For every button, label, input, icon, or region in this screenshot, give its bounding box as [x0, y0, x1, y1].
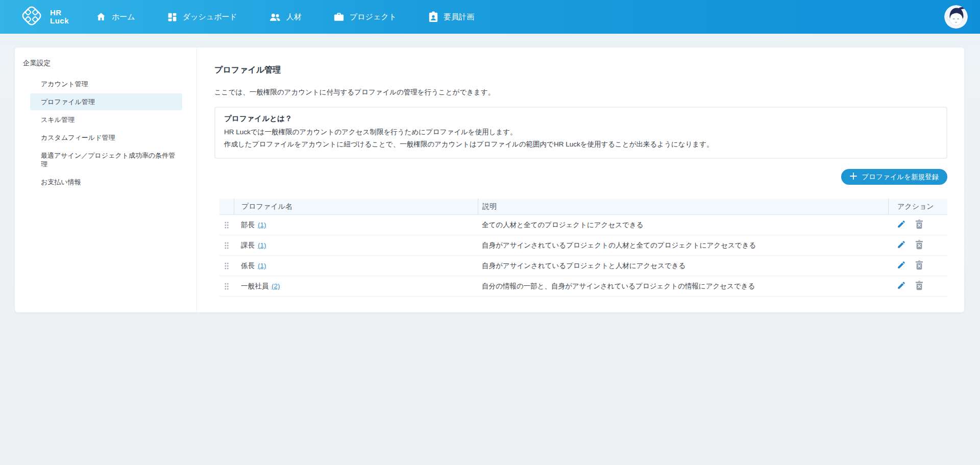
- edit-button[interactable]: [897, 219, 906, 230]
- nav-item-staffing-plan[interactable]: 要員計画: [428, 11, 474, 22]
- home-icon: [95, 11, 107, 22]
- profile-name: 係長: [241, 261, 255, 271]
- trash-icon: [915, 281, 923, 292]
- app-logo[interactable]: HR Luck: [18, 3, 69, 31]
- pencil-icon: [897, 260, 906, 271]
- people-icon: [269, 11, 281, 22]
- sidebar-item-account-management[interactable]: アカウント管理: [30, 76, 182, 92]
- pencil-icon: [897, 240, 906, 251]
- drag-handle-icon[interactable]: [219, 222, 234, 229]
- toolbar: プロファイルを新規登録: [214, 169, 947, 185]
- trash-icon: [915, 219, 923, 231]
- add-profile-button-label: プロファイルを新規登録: [862, 173, 939, 182]
- profile-description: 自身がアサインされているプロジェクトの人材と全てのプロジェクトにアクセスできる: [478, 241, 888, 250]
- nav-item-home[interactable]: ホーム: [95, 11, 135, 22]
- delete-button[interactable]: [915, 281, 923, 292]
- drag-handle-icon[interactable]: [219, 283, 234, 290]
- info-box-line: 作成したプロファイルをアカウントに紐づけることで、一般権限のアカウントはプロファ…: [224, 138, 938, 151]
- delete-button[interactable]: [915, 219, 923, 231]
- table-row: 部長 (1) 全ての人材と全てのプロジェクトにアクセスできる: [219, 215, 947, 235]
- edit-button[interactable]: [897, 260, 906, 271]
- header-profile-name: プロファイル名: [234, 199, 478, 214]
- profile-info-box: プロファイルとは？ HR Luckでは一般権限のアカウントのアクセス制限を行うた…: [214, 107, 947, 159]
- profile-count-link[interactable]: (1): [258, 262, 266, 270]
- user-avatar[interactable]: [944, 5, 968, 29]
- nav-item-dashboard[interactable]: ダッシュボード: [167, 11, 237, 22]
- nav-item-label: ホーム: [112, 12, 135, 22]
- profile-name: 一般社員: [241, 282, 268, 291]
- table-row: 一般社員 (2) 自分の情報の一部と、自身がアサインされているプロジェクトの情報…: [219, 276, 947, 297]
- delete-button[interactable]: [915, 260, 923, 272]
- sidebar-item-billing-info[interactable]: お支払い情報: [30, 174, 182, 190]
- table-row: 係長 (1) 自身がアサインされているプロジェクトと人材にアクセスできる: [219, 256, 947, 276]
- nav-item-project[interactable]: プロジェクト: [333, 11, 397, 22]
- table-header-row: プロファイル名 説明 アクション: [219, 199, 947, 215]
- header-actions: アクション: [888, 199, 947, 214]
- add-profile-button[interactable]: プロファイルを新規登録: [841, 169, 947, 185]
- profile-description: 全ての人材と全てのプロジェクトにアクセスできる: [478, 221, 888, 230]
- info-box-line: HR Luckでは一般権限のアカウントのアクセス制限を行うためにプロファイルを使…: [224, 126, 938, 138]
- edit-button[interactable]: [897, 240, 906, 251]
- info-box-title: プロファイルとは？: [224, 114, 938, 124]
- profile-name: 部長: [241, 221, 255, 230]
- logo-text: HR Luck: [50, 9, 69, 25]
- profile-description: 自身がアサインされているプロジェクトと人材にアクセスできる: [478, 261, 888, 271]
- page-subtitle: ここでは、一般権限のアカウントに付与するプロファイルの管理を行うことができます。: [214, 88, 947, 97]
- page-title: プロファイル管理: [214, 65, 947, 76]
- edit-button[interactable]: [897, 281, 906, 291]
- trash-icon: [915, 240, 923, 251]
- main-panel: プロファイル管理 ここでは、一般権限のアカウントに付与するプロファイルの管理を行…: [197, 47, 964, 312]
- nav-item-label: ダッシュボード: [183, 12, 237, 22]
- plus-icon: [850, 173, 857, 181]
- sidebar-menu: アカウント管理 プロファイル管理 スキル管理 カスタムフィールド管理 最適アサイ…: [23, 76, 197, 190]
- delete-button[interactable]: [915, 240, 923, 251]
- nav-item-label: プロジェクト: [350, 12, 397, 22]
- drag-handle-icon[interactable]: [219, 262, 234, 270]
- profile-count-link[interactable]: (1): [258, 221, 266, 229]
- content-card: 企業設定 アカウント管理 プロファイル管理 スキル管理 カスタムフィールド管理 …: [15, 47, 964, 312]
- table-row: 課長 (1) 自身がアサインされているプロジェクトの人材と全てのプロジェクトにア…: [219, 235, 947, 256]
- sidebar-item-skill-management[interactable]: スキル管理: [30, 111, 182, 128]
- pencil-icon: [897, 219, 906, 230]
- nav-item-talent[interactable]: 人材: [269, 11, 302, 22]
- settings-sidebar: 企業設定 アカウント管理 プロファイル管理 スキル管理 カスタムフィールド管理 …: [15, 47, 197, 312]
- briefcase-icon: [333, 11, 345, 22]
- profile-count-link[interactable]: (1): [258, 241, 266, 249]
- sidebar-item-optimal-assign-conditions[interactable]: 最適アサイン／プロジェクト成功率の条件管理: [30, 147, 182, 173]
- trash-icon: [915, 260, 923, 272]
- profiles-table: プロファイル名 説明 アクション 部長 (1) 全ての人材と全てのプロジェクトに…: [219, 199, 947, 297]
- main-navigation: ホーム ダッシュボード: [95, 11, 474, 22]
- sidebar-item-custom-field-management[interactable]: カスタムフィールド管理: [30, 129, 182, 146]
- header-handle-column: [219, 199, 234, 214]
- nav-item-label: 要員計画: [444, 12, 474, 22]
- pencil-icon: [897, 281, 906, 291]
- profile-name: 課長: [241, 241, 255, 250]
- badge-icon: [428, 11, 438, 22]
- dashboard-icon: [167, 12, 178, 22]
- sidebar-item-profile-management[interactable]: プロファイル管理: [30, 93, 182, 110]
- header-description: 説明: [478, 199, 888, 214]
- nav-item-label: 人材: [286, 12, 302, 22]
- logo-diamond-icon: [18, 3, 45, 31]
- profile-count-link[interactable]: (2): [272, 282, 280, 290]
- profile-description: 自分の情報の一部と、自身がアサインされているプロジェクトの情報にアクセスできる: [478, 282, 888, 291]
- drag-handle-icon[interactable]: [219, 242, 234, 249]
- top-nav: HR Luck ホーム ダッシュ: [0, 0, 980, 34]
- sidebar-section-title: 企業設定: [23, 59, 197, 68]
